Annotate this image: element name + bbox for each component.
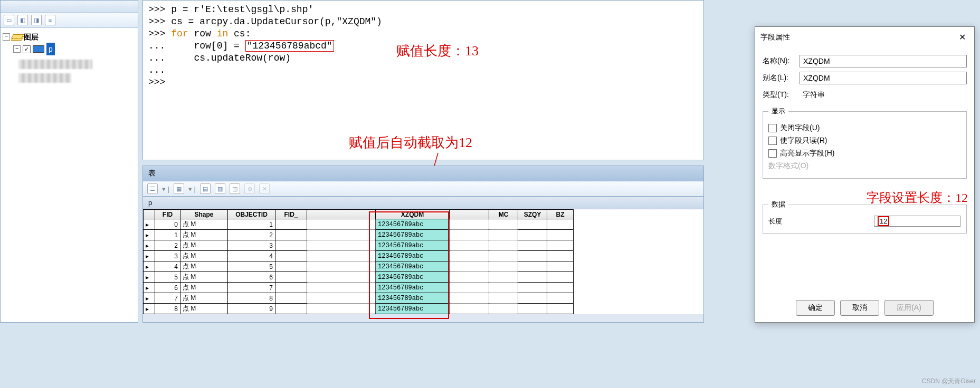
toc-title: [1, 1, 138, 13]
tree-blurred-item: [18, 60, 92, 69]
tree-blurred-item: [18, 73, 71, 83]
row-selector[interactable]: ▸: [144, 304, 155, 314]
minus-icon[interactable]: −: [3, 33, 10, 41]
annotation-trunc12: 赋值后自动截取为12: [349, 133, 472, 152]
boxed-literal: "123456789abcd": [245, 40, 334, 52]
watermark: CSDN @天青Giser: [922, 377, 976, 386]
row-selector[interactable]: ▸: [144, 293, 155, 304]
tree-layer-p[interactable]: − ✓ p: [3, 43, 136, 55]
toc-tool-1[interactable]: ▭: [4, 15, 14, 25]
app-root: ▭ ◧ ◨ ≡ − 图层 − ✓ p >>> p = r'E:\test\gsg…: [0, 0, 980, 388]
annotation-len13: 赋值长度：13: [396, 42, 479, 60]
table-row[interactable]: ▸0点 M1123456789abc: [144, 219, 574, 230]
alias-input[interactable]: XZQDM: [800, 72, 967, 84]
table-layer-name: p: [143, 197, 703, 209]
tbl-tool-3[interactable]: ▤: [200, 183, 211, 194]
table-header-row: FID Shape OBJECTID FID_ XZQDM MC SZQY BZ: [144, 210, 574, 219]
table-row[interactable]: ▸1点 M2123456789abc: [144, 230, 574, 240]
checkbox-highlight[interactable]: [768, 149, 777, 158]
toc-panel: ▭ ◧ ◨ ≡ − 图层 − ✓ p: [0, 0, 138, 323]
tbl-tool-menu[interactable]: ☰: [147, 183, 158, 194]
table-row[interactable]: ▸5点 M6123456789abc: [144, 272, 574, 283]
toc-toolbar: ▭ ◧ ◨ ≡: [1, 13, 138, 28]
table-row[interactable]: ▸8点 M9123456789abc: [144, 304, 574, 314]
table-grid[interactable]: FID Shape OBJECTID FID_ XZQDM MC SZQY BZ…: [143, 209, 703, 314]
tbl-tool-7[interactable]: ✕: [259, 183, 270, 194]
table-row[interactable]: ▸4点 M5123456789abc: [144, 261, 574, 272]
type-label: 类型(T):: [763, 90, 800, 100]
row-selector[interactable]: ▸: [144, 230, 155, 240]
name-label: 名称(N):: [763, 56, 800, 66]
table-toolbar: ☰▾ | ▦▾ | ▤ ▥ ◫ ⊕ ✕: [143, 181, 703, 197]
row-selector[interactable]: ▸: [144, 251, 155, 261]
table-row[interactable]: ▸7点 M8123456789abc: [144, 293, 574, 304]
toc-tool-2[interactable]: ◧: [17, 15, 28, 25]
row-selector[interactable]: ▸: [144, 240, 155, 251]
row-selector[interactable]: ▸: [144, 272, 155, 283]
col-hidden-1: [307, 210, 376, 219]
dialog-titlebar[interactable]: 字段属性 ✕: [755, 27, 974, 47]
field-properties-dialog: 字段属性 ✕ 名称(N):XZQDM 别名(L):XZQDM 类型(T):字符串…: [755, 26, 975, 323]
layers-icon: [12, 33, 22, 41]
alias-label: 别名(L):: [763, 73, 800, 83]
length-input[interactable]: 12: [874, 216, 960, 227]
minus-icon[interactable]: −: [13, 45, 21, 53]
tbl-tool-6[interactable]: ⊕: [244, 183, 255, 194]
checkbox-icon[interactable]: ✓: [23, 45, 31, 53]
apply-button: 应用(A): [884, 300, 934, 316]
type-value: 字符串: [800, 89, 967, 101]
table-row[interactable]: ▸3点 M4123456789abc: [144, 251, 574, 261]
table-row[interactable]: ▸2点 M3123456789abc: [144, 240, 574, 251]
tbl-tool-2[interactable]: ▦: [174, 183, 184, 194]
tree-root[interactable]: − 图层: [3, 31, 136, 43]
row-selector[interactable]: ▸: [144, 219, 155, 230]
tbl-tool-4[interactable]: ▥: [215, 183, 225, 194]
display-group: 显示 关闭字段(U) 使字段只读(R) 高亮显示字段(H) 数字格式(O): [763, 106, 967, 179]
toc-tree: − 图层 − ✓ p: [1, 28, 138, 86]
close-icon[interactable]: ✕: [956, 31, 969, 43]
annotation-field-len: 字段设置长度：12: [867, 189, 968, 206]
table-row[interactable]: ▸6点 M7123456789abc: [144, 283, 574, 293]
tbl-tool-5[interactable]: ◫: [230, 183, 240, 194]
name-value: XZQDM: [800, 55, 967, 67]
layer-symbol: [33, 45, 44, 53]
col-hidden-2: [450, 210, 489, 219]
ok-button[interactable]: 确定: [796, 300, 835, 316]
dialog-title: 字段属性: [760, 33, 790, 42]
layer-name: p: [46, 43, 55, 55]
number-format-disabled: 数字格式(O): [768, 161, 808, 171]
table-panel: 表 ☰▾ | ▦▾ | ▤ ▥ ◫ ⊕ ✕ p FID Shape OBJECT…: [142, 166, 704, 323]
toc-tool-4[interactable]: ≡: [45, 15, 55, 25]
python-panel: >>> p = r'E:\test\gsgl\p.shp' >>> cs = a…: [142, 0, 704, 160]
toc-tool-3[interactable]: ◨: [31, 15, 42, 25]
checkbox-close-field[interactable]: [768, 124, 777, 132]
row-selector[interactable]: ▸: [144, 283, 155, 293]
row-selector[interactable]: ▸: [144, 261, 155, 272]
checkbox-readonly[interactable]: [768, 137, 777, 145]
tree-root-label: 图层: [24, 31, 39, 43]
length-label: 长度: [768, 217, 874, 226]
table-title: 表: [143, 166, 703, 181]
cancel-button[interactable]: 取消: [840, 300, 879, 316]
